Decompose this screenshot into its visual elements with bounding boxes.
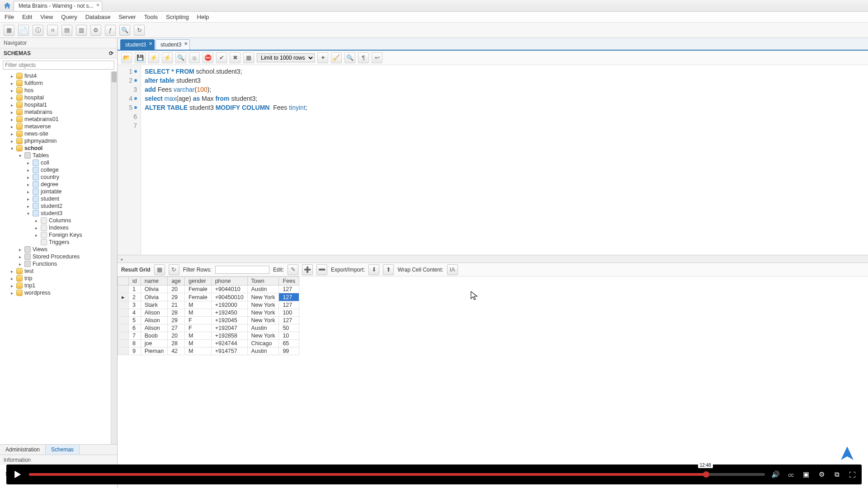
volume-icon[interactable]: 🔊 xyxy=(770,469,780,479)
beautify-icon[interactable]: ✦ xyxy=(317,52,328,63)
tree-node[interactable]: ▸test xyxy=(0,267,117,275)
tree-node[interactable]: ▾student3 xyxy=(0,210,117,217)
window-tab[interactable]: Meta Brains - Warning - not s... ✕ xyxy=(14,1,102,11)
grid-cell[interactable]: 27 xyxy=(168,324,185,332)
row-header[interactable] xyxy=(118,309,129,317)
menu-tools[interactable]: Tools xyxy=(144,14,158,20)
new-function-icon[interactable]: ƒ xyxy=(105,25,116,36)
tree-node[interactable]: ▸hos xyxy=(0,87,117,94)
grid-cell[interactable]: Stark xyxy=(141,301,167,309)
autocommit-icon[interactable]: ▦ xyxy=(243,52,254,63)
wrap-icon[interactable]: ↩ xyxy=(372,52,382,63)
tree-scrollbar[interactable] xyxy=(111,71,117,444)
tree-node[interactable]: ▾Tables xyxy=(0,152,117,159)
explain-icon[interactable]: 🔍 xyxy=(175,52,186,63)
menu-file[interactable]: File xyxy=(5,14,14,20)
grid-cell[interactable]: 29 xyxy=(168,293,185,301)
menu-help[interactable]: Help xyxy=(197,14,209,20)
open-sql-icon[interactable]: 📄 xyxy=(18,25,29,36)
search-icon[interactable]: 🔍 xyxy=(119,25,130,36)
grid-cell[interactable]: M xyxy=(184,332,211,340)
menu-server[interactable]: Server xyxy=(118,14,136,20)
grid-cell[interactable]: Austin xyxy=(247,324,279,332)
tree-node[interactable]: ▸metaverse xyxy=(0,123,117,130)
tab-administration[interactable]: Administration xyxy=(0,445,46,455)
grid-cell[interactable]: 127 xyxy=(279,286,299,293)
wrap-cell-icon[interactable]: IA xyxy=(447,264,458,275)
column-header[interactable]: gender xyxy=(184,277,211,286)
row-header[interactable] xyxy=(118,332,129,340)
fullscreen-icon[interactable]: ⛶ xyxy=(847,469,857,479)
grid-cell[interactable]: 100 xyxy=(279,309,299,317)
tree-node[interactable]: ▸metabrains xyxy=(0,108,117,116)
row-limit-select[interactable]: Limit to 1000 rows xyxy=(257,53,315,62)
tab-schemas[interactable]: Schemas xyxy=(46,445,80,455)
tree-node[interactable]: ▸trip1 xyxy=(0,282,117,289)
sql-editor[interactable]: 1234567 SELECT * FROM school.student3;al… xyxy=(118,65,868,255)
grid-cell[interactable]: 9 xyxy=(129,347,141,355)
grid-cell[interactable]: M xyxy=(184,347,211,355)
tree-node[interactable]: ▸coll xyxy=(0,159,117,166)
grid-cell[interactable]: +9044010 xyxy=(211,286,247,293)
grid-cell[interactable]: Female xyxy=(184,286,211,293)
new-schema-icon[interactable]: ⌗ xyxy=(47,25,58,36)
tree-node[interactable]: ▸trip xyxy=(0,275,117,282)
row-header[interactable] xyxy=(118,293,129,301)
row-header[interactable] xyxy=(118,340,129,347)
play-button[interactable] xyxy=(11,468,24,481)
tree-node[interactable]: ▸degree xyxy=(0,181,117,188)
tree-node[interactable]: ▸college xyxy=(0,166,117,174)
grid-cell[interactable]: +192047 xyxy=(211,324,247,332)
grid-cell[interactable]: M xyxy=(184,301,211,309)
grid-cell[interactable]: M xyxy=(184,309,211,317)
commit-icon[interactable]: ✔ xyxy=(216,52,227,63)
reconnect-icon[interactable]: ↻ xyxy=(134,25,145,36)
tree-node[interactable]: ▸country xyxy=(0,174,117,181)
grid-cell[interactable]: F xyxy=(184,317,211,324)
grid-cell[interactable]: 28 xyxy=(168,340,185,347)
grid-cell[interactable]: 127 xyxy=(279,317,299,324)
tree-node[interactable]: Triggers xyxy=(0,239,117,246)
grid-view-icon[interactable]: ▦ xyxy=(154,264,165,275)
invisible-chars-icon[interactable]: ¶ xyxy=(358,52,369,63)
menu-view[interactable]: View xyxy=(40,14,53,20)
editor-result-splitter[interactable]: ◂ xyxy=(118,255,868,263)
import-icon[interactable]: ⬆ xyxy=(383,264,394,275)
inspector-icon[interactable]: ⓘ xyxy=(33,25,43,36)
tree-node[interactable]: ▸Foreign Keys xyxy=(0,231,117,239)
column-header[interactable]: phone xyxy=(211,277,247,286)
grid-cell[interactable]: +924744 xyxy=(211,340,247,347)
grid-cell[interactable]: +192045 xyxy=(211,317,247,324)
grid-cell[interactable]: 6 xyxy=(129,324,141,332)
grid-cell[interactable]: Alison xyxy=(141,309,167,317)
grid-cell[interactable]: 7 xyxy=(129,332,141,340)
settings-icon[interactable]: ⚙ xyxy=(816,469,826,479)
grid-cell[interactable]: +192000 xyxy=(211,301,247,309)
execute-icon[interactable]: ⚡ xyxy=(148,52,159,63)
captions-icon[interactable]: ㏄ xyxy=(786,469,796,479)
tree-node[interactable]: ▸metabrains01 xyxy=(0,116,117,123)
menu-query[interactable]: Query xyxy=(61,14,77,20)
grid-cell[interactable]: F xyxy=(184,324,211,332)
grid-cell[interactable]: New York xyxy=(247,317,279,324)
grid-cell[interactable]: +914757 xyxy=(211,347,247,355)
grid-cell[interactable]: 2 xyxy=(129,293,141,301)
grid-cell[interactable]: +192858 xyxy=(211,332,247,340)
tree-node[interactable]: ▸student xyxy=(0,195,117,202)
tree-node[interactable]: ▸hospital xyxy=(0,94,117,101)
save-file-icon[interactable]: 💾 xyxy=(135,52,146,63)
grid-cell[interactable]: 8 xyxy=(129,340,141,347)
grid-cell[interactable]: 4 xyxy=(129,309,141,317)
grid-cell[interactable]: Austin xyxy=(247,347,279,355)
new-sql-icon[interactable]: ▦ xyxy=(4,25,14,36)
pip-icon[interactable]: ⧉ xyxy=(832,469,842,479)
quality-icon[interactable]: ▣ xyxy=(801,469,811,479)
grid-cell[interactable]: 65 xyxy=(279,340,299,347)
refresh-result-icon[interactable]: ↻ xyxy=(169,264,179,275)
video-seek-track[interactable]: 12:48 xyxy=(29,473,765,476)
add-row-icon[interactable]: ➕ xyxy=(302,264,313,275)
column-header[interactable]: Fees xyxy=(279,277,299,286)
execute-current-icon[interactable]: ⚡ xyxy=(162,52,173,63)
filter-rows-input[interactable] xyxy=(215,266,269,274)
grid-cell[interactable]: New York xyxy=(247,332,279,340)
